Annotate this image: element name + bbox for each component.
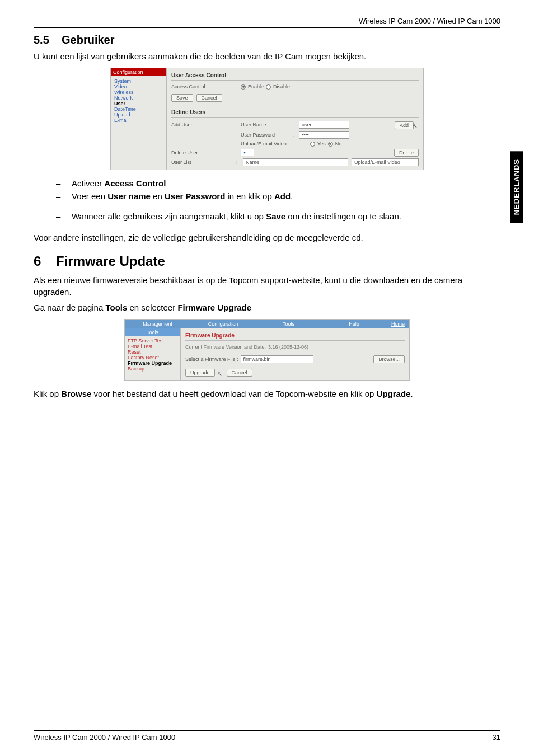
delete-user-label: Delete User bbox=[171, 150, 233, 156]
p-bold: Tools bbox=[105, 303, 127, 312]
delete-user-select[interactable]: ▾ bbox=[241, 149, 254, 156]
sidebar-item-factory[interactable]: Factory Reset bbox=[128, 355, 177, 360]
bullet-bold: User name bbox=[107, 191, 151, 201]
chevron-down-icon: ▾ bbox=[243, 150, 246, 155]
footer-product: Wireless IP Cam 2000 / Wired IP Cam 1000 bbox=[34, 733, 175, 741]
section-6-title: 6 Firmware Update bbox=[34, 253, 500, 269]
section-header-define: Define Users bbox=[171, 107, 419, 118]
tab-home[interactable]: Home bbox=[387, 320, 409, 328]
password-input[interactable]: •••• bbox=[299, 131, 349, 139]
sidebar-item-upload[interactable]: Upload bbox=[114, 112, 163, 118]
config-sidebar-title: Configuration bbox=[111, 68, 166, 76]
bullet-text: Voer een bbox=[72, 191, 107, 201]
bullet-text: en bbox=[151, 191, 165, 201]
section-5-5-outro: Voor andere instellingen, zie de volledi… bbox=[34, 232, 500, 243]
tools-sidebar: Tools FTP Server Test E-mail Test Reset … bbox=[125, 328, 181, 380]
section-6-p2: Ga naar de pagina Tools en selecteer Fir… bbox=[34, 302, 500, 313]
sidebar-item-email[interactable]: E-mail bbox=[114, 118, 163, 123]
section-6-final: Klik op Browse voor het bestand dat u he… bbox=[34, 388, 500, 400]
userlist-col-uev: Upload/E-mail Video bbox=[352, 158, 419, 166]
page-header-product: Wireless IP Cam 2000 / Wired IP Cam 1000 bbox=[34, 17, 500, 28]
cancel-button-2[interactable]: Cancel bbox=[227, 369, 252, 377]
radio-no[interactable] bbox=[328, 142, 333, 147]
sidebar-item-emailtest[interactable]: E-mail Test bbox=[128, 344, 177, 349]
radio-yes-label: Yes bbox=[317, 141, 326, 147]
upgrade-button[interactable]: Upgrade bbox=[185, 369, 215, 377]
access-control-label: Access Control bbox=[171, 84, 233, 90]
sidebar-item-network[interactable]: Network bbox=[114, 95, 163, 101]
firmware-section-header: Firmware Upgrade bbox=[185, 331, 405, 341]
section-name: Firmware Update bbox=[56, 253, 165, 269]
p-bold: Firmware Upgrade bbox=[177, 303, 251, 312]
p-text: en selecteer bbox=[127, 303, 177, 312]
fw-version-label: Current Firmware Version and Date: bbox=[185, 344, 266, 350]
section-number: 5.5 bbox=[34, 34, 49, 46]
sidebar-item-ftp[interactable]: FTP Server Test bbox=[128, 338, 177, 344]
bullet-text: Activeer bbox=[72, 179, 104, 188]
bullet-bold: Add bbox=[274, 191, 291, 201]
save-button[interactable]: Save bbox=[171, 94, 193, 102]
list-item: – Wanneer alle gebruikers zijn aangemaak… bbox=[56, 211, 500, 222]
section-5-5-title: 5.5 Gebruiker bbox=[34, 34, 500, 46]
section-name: Gebruiker bbox=[62, 34, 114, 46]
radio-disable[interactable] bbox=[266, 84, 271, 90]
userlist-label: User List bbox=[171, 159, 233, 165]
p-text: Klik op bbox=[34, 389, 61, 398]
bullet-text: Wanneer alle gebruikers zijn aangemaakt,… bbox=[72, 212, 266, 221]
sidebar-item-datetime[interactable]: DateTime bbox=[114, 106, 163, 112]
fw-select-label: Select a Firmware File : bbox=[185, 356, 238, 362]
section-5-5-intro: U kunt een lijst van gebruikers aanmaken… bbox=[34, 51, 500, 62]
p-bold: Upgrade bbox=[377, 389, 411, 398]
add-user-label: Add User bbox=[171, 122, 233, 128]
screenshot-user-access: Configuration System Video Wireless Netw… bbox=[110, 68, 424, 170]
p-text: voor het bestand dat u heeft gedownload … bbox=[91, 389, 376, 398]
browse-button[interactable]: Browse... bbox=[373, 355, 405, 363]
bullet-list-55: – Activeer Access Control – Voer een Use… bbox=[56, 178, 500, 222]
tools-sidebar-title: Tools bbox=[125, 328, 180, 336]
fw-version-value: 3.16 (2005-12-06) bbox=[268, 344, 308, 350]
bullet-text: om de instellingen op te slaan. bbox=[285, 212, 401, 221]
config-main-panel: User Access Control Access Control : Ena… bbox=[167, 68, 423, 170]
radio-yes[interactable] bbox=[310, 142, 315, 147]
delete-button[interactable]: Delete bbox=[394, 149, 419, 157]
username-label: User Name bbox=[241, 122, 291, 128]
radio-enable[interactable] bbox=[241, 84, 246, 90]
cancel-button[interactable]: Cancel bbox=[196, 94, 222, 102]
bullet-bold: User Password bbox=[165, 191, 225, 201]
sidebar-item-reset[interactable]: Reset bbox=[128, 349, 177, 355]
cursor-icon: ↖ bbox=[217, 370, 222, 378]
sidebar-item-system[interactable]: System bbox=[114, 78, 163, 84]
radio-no-label: No bbox=[335, 141, 342, 147]
bullet-bold: Access Control bbox=[104, 179, 166, 188]
page-number: 31 bbox=[493, 733, 500, 741]
tab-configuration[interactable]: Configuration bbox=[190, 320, 256, 328]
section-6-p1: Als een nieuwe firmwareversie beschikbaa… bbox=[34, 275, 500, 298]
tab-help[interactable]: Help bbox=[321, 320, 387, 328]
password-label: User Password bbox=[241, 132, 291, 138]
userlist-col-name: Name bbox=[243, 158, 348, 166]
tab-management[interactable]: Management bbox=[125, 320, 190, 328]
section-number: 6 bbox=[34, 253, 41, 269]
radio-enable-label: Enable bbox=[248, 84, 264, 90]
p-text: . bbox=[410, 389, 413, 398]
tab-tools[interactable]: Tools bbox=[256, 320, 321, 328]
list-item: – Voer een User name en User Password in… bbox=[56, 191, 500, 202]
sidebar-item-video[interactable]: Video bbox=[114, 84, 163, 90]
add-button[interactable]: Add bbox=[395, 121, 414, 129]
sidebar-item-firmware[interactable]: Firmware Upgrade bbox=[128, 360, 177, 366]
bullet-text: in en klik op bbox=[225, 191, 274, 201]
p-text: Ga naar de pagina bbox=[34, 303, 105, 312]
tab-bar: Management Configuration Tools Help Home bbox=[125, 320, 409, 328]
sidebar-item-wireless[interactable]: Wireless bbox=[114, 90, 163, 95]
username-input[interactable]: user bbox=[299, 121, 349, 129]
radio-disable-label: Disable bbox=[273, 84, 290, 90]
cursor-icon: ↖ bbox=[413, 123, 418, 130]
sidebar-item-user[interactable]: User bbox=[114, 101, 163, 106]
tools-main-panel: Firmware Upgrade Current Firmware Versio… bbox=[181, 328, 409, 380]
p-bold: Browse bbox=[61, 389, 91, 398]
bullet-text: . bbox=[291, 191, 293, 201]
fw-file-input[interactable]: firmware.bin bbox=[241, 355, 313, 363]
config-sidebar: Configuration System Video Wireless Netw… bbox=[111, 68, 167, 170]
sidebar-item-backup[interactable]: Backup bbox=[128, 366, 177, 372]
bullet-bold: Save bbox=[266, 212, 285, 221]
